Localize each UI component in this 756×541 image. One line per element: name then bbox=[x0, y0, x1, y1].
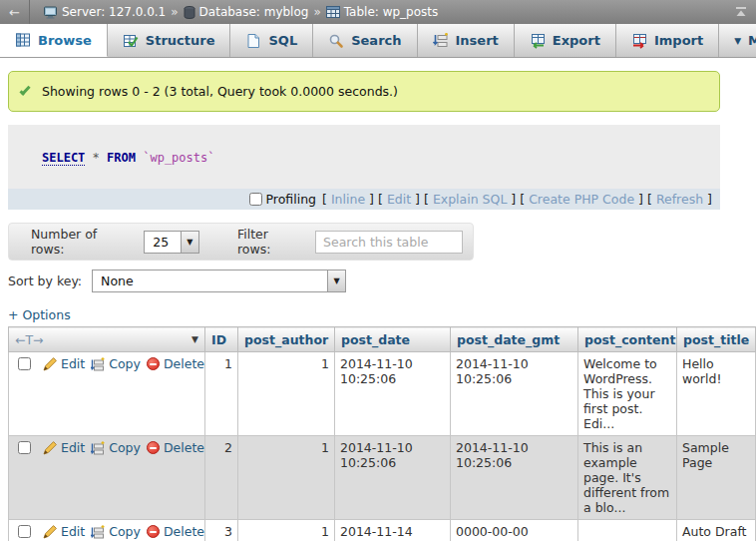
browse-icon bbox=[15, 32, 31, 48]
sql-query: SELECT * FROM `wp_posts` bbox=[8, 125, 720, 189]
actions-header: ←T→ ▼ bbox=[9, 327, 205, 352]
copy-row-link[interactable]: Copy bbox=[91, 524, 141, 539]
create-php-code-link[interactable]: Create PHP Code bbox=[529, 192, 634, 207]
edit-label: Edit bbox=[61, 356, 85, 371]
delete-row-link[interactable]: Delete bbox=[147, 524, 204, 539]
edit-query-link[interactable]: Edit bbox=[387, 192, 411, 207]
cell-post-author: 1 bbox=[238, 436, 335, 520]
tab-import[interactable]: Import bbox=[616, 24, 719, 57]
bracket: ] bbox=[415, 192, 420, 207]
edit-row-link[interactable]: Edit bbox=[43, 524, 85, 539]
row-checkbox[interactable] bbox=[18, 357, 31, 370]
breadcrumb-separator: » bbox=[171, 5, 178, 19]
delete-label: Delete bbox=[164, 356, 204, 371]
breadcrumb-table[interactable]: Table: wp_posts bbox=[326, 5, 439, 19]
column-header-post-date[interactable]: post_date bbox=[335, 327, 451, 352]
copy-label: Copy bbox=[109, 524, 141, 539]
more-dropdown-icon: ▼ bbox=[734, 36, 741, 46]
tab-insert[interactable]: Insert bbox=[418, 24, 515, 57]
collapse-icon bbox=[734, 6, 748, 18]
breadcrumb-database[interactable]: Database: myblog bbox=[184, 5, 309, 19]
tab-sql-label: SQL bbox=[268, 33, 297, 48]
copy-row-link[interactable]: Copy bbox=[91, 440, 141, 455]
edit-row-link[interactable]: Edit bbox=[43, 440, 85, 455]
tab-bar: Browse Structure SQL Search Insert Expor… bbox=[0, 24, 756, 58]
back-arrow-icon: ← bbox=[9, 5, 20, 20]
cell-post-author: 1 bbox=[238, 352, 335, 436]
dropdown-icon: ▼ bbox=[327, 270, 345, 291]
sql-keyword-select[interactable]: SELECT bbox=[42, 151, 85, 166]
refresh-link[interactable]: Refresh bbox=[656, 192, 703, 207]
options-toggle[interactable]: + Options bbox=[8, 307, 756, 322]
filter-rows-input[interactable] bbox=[315, 231, 463, 254]
breadcrumb-server-label: Server: 127.0.0.1 bbox=[62, 5, 166, 19]
profiling-checkbox[interactable] bbox=[249, 193, 262, 206]
cell-id: 1 bbox=[205, 352, 238, 436]
server-icon bbox=[44, 6, 58, 19]
tab-structure-label: Structure bbox=[146, 33, 215, 48]
success-message: Showing rows 0 - 2 (3 total, Query took … bbox=[8, 71, 720, 112]
column-header-id[interactable]: ID bbox=[205, 327, 238, 352]
bracket: ] bbox=[369, 192, 374, 207]
column-header-post-title[interactable]: post_title bbox=[677, 327, 756, 352]
bracket: [ bbox=[520, 192, 525, 207]
delete-row-link[interactable]: Delete bbox=[147, 356, 204, 371]
sort-by-key-value: None bbox=[93, 270, 327, 291]
breadcrumb: Server: 127.0.0.1 » Database: myblog » T… bbox=[30, 5, 726, 19]
copy-icon bbox=[91, 441, 105, 455]
rows-filter-bar: Number of rows: 25 ▼ Filter rows: bbox=[8, 223, 474, 261]
header-nav-icon[interactable]: ←T→ bbox=[15, 332, 44, 347]
cell-id: 2 bbox=[205, 436, 238, 520]
results-table: ←T→ ▼ ID post_author post_date post_date… bbox=[8, 326, 756, 541]
pencil-icon bbox=[43, 525, 57, 539]
breadcrumb-table-label: Table: wp_posts bbox=[344, 5, 439, 19]
number-of-rows-label: Number of rows: bbox=[31, 227, 134, 257]
success-message-text: Showing rows 0 - 2 (3 total, Query took … bbox=[42, 84, 398, 99]
back-button[interactable]: ← bbox=[0, 0, 30, 24]
delete-icon bbox=[147, 525, 160, 538]
collapse-panel-button[interactable] bbox=[726, 6, 756, 18]
inline-link[interactable]: Inline bbox=[331, 192, 365, 207]
sql-toolbar: Profiling [ Inline ] [ Edit ] [ Explain … bbox=[8, 189, 720, 210]
cell-post-date: 2014-11-10 10:25:06 bbox=[335, 352, 451, 436]
pencil-icon bbox=[43, 357, 57, 371]
delete-label: Delete bbox=[164, 524, 204, 539]
cell-post-date: 2014-11-14 06:33:38 bbox=[335, 520, 451, 541]
bracket: [ bbox=[322, 192, 327, 207]
edit-row-link[interactable]: Edit bbox=[43, 356, 85, 371]
cell-post-author: 1 bbox=[238, 520, 335, 541]
tab-structure[interactable]: Structure bbox=[108, 24, 231, 57]
column-options-icon[interactable]: ▼ bbox=[191, 334, 198, 344]
explain-sql-link[interactable]: Explain SQL bbox=[433, 192, 507, 207]
tab-browse[interactable]: Browse bbox=[0, 24, 108, 57]
number-of-rows-value: 25 bbox=[145, 232, 181, 253]
cell-post-date-gmt: 0000-00-00 00:00:00 bbox=[451, 520, 578, 541]
breadcrumb-server[interactable]: Server: 127.0.0.1 bbox=[44, 5, 166, 19]
tab-sql[interactable]: SQL bbox=[230, 24, 313, 57]
tab-search[interactable]: Search bbox=[313, 24, 417, 57]
tab-insert-label: Insert bbox=[456, 33, 499, 48]
cell-post-date-gmt: 2014-11-10 10:25:06 bbox=[451, 352, 578, 436]
bracket: ] bbox=[638, 192, 643, 207]
number-of-rows-select[interactable]: 25 ▼ bbox=[144, 231, 199, 254]
table-header-row: ←T→ ▼ ID post_author post_date post_date… bbox=[9, 327, 756, 352]
sort-by-key-select[interactable]: None ▼ bbox=[92, 270, 346, 292]
cell-post-content: Welcome to WordPress. This is your first… bbox=[578, 352, 677, 436]
tab-import-label: Import bbox=[654, 33, 703, 48]
column-header-post-date-gmt[interactable]: post_date_gmt bbox=[451, 327, 578, 352]
column-header-post-content[interactable]: post_content bbox=[578, 327, 677, 352]
insert-icon bbox=[433, 33, 449, 49]
copy-row-link[interactable]: Copy bbox=[91, 356, 141, 371]
sql-keyword-from: FROM bbox=[107, 151, 136, 165]
delete-row-link[interactable]: Delete bbox=[147, 440, 204, 455]
sql-table-name: `wp_posts` bbox=[143, 151, 214, 165]
cell-post-content bbox=[578, 520, 677, 541]
row-checkbox[interactable] bbox=[18, 441, 31, 454]
tab-export[interactable]: Export bbox=[515, 24, 616, 57]
breadcrumb-separator: » bbox=[313, 5, 320, 19]
cell-post-content: This is an example page. It's different … bbox=[578, 436, 677, 520]
breadcrumb-database-label: Database: myblog bbox=[199, 5, 309, 19]
tab-more[interactable]: ▼ More bbox=[719, 24, 756, 57]
row-checkbox[interactable] bbox=[18, 525, 31, 538]
column-header-post-author[interactable]: post_author bbox=[238, 327, 335, 352]
